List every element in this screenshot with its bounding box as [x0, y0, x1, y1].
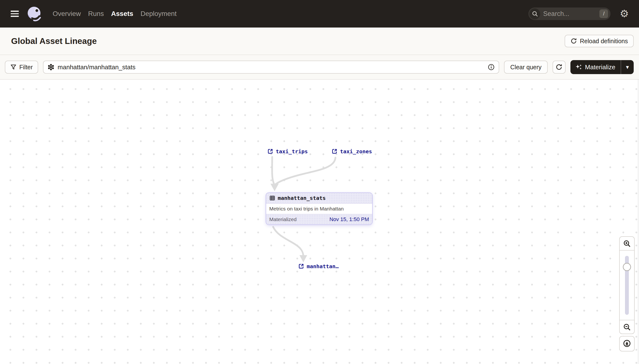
table-icon [269, 195, 275, 201]
reload-definitions-button[interactable]: Reload definitions [565, 35, 634, 47]
dagster-logo[interactable] [26, 5, 43, 22]
asset-node-label: manhattan… [307, 263, 339, 270]
external-link-icon [331, 148, 338, 154]
asset-card-manhattan-stats[interactable]: manhattan_stats Metrics on taxi trips in… [266, 192, 373, 225]
settings-gear-icon[interactable]: ⚙ [620, 9, 629, 19]
zoom-slider-handle[interactable] [623, 263, 631, 271]
asset-card-name: manhattan_stats [278, 195, 326, 201]
query-info-icon[interactable] [488, 64, 495, 71]
search-shortcut-key: / [599, 10, 608, 18]
primary-nav: Overview Runs Assets Deployment [53, 10, 177, 18]
asset-node-taxi-zones[interactable]: taxi_zones [331, 148, 372, 154]
zoom-slider [620, 250, 634, 320]
asset-graph-icon [47, 64, 55, 71]
download-icon [622, 340, 631, 348]
page-title: Global Asset Lineage [11, 36, 97, 46]
search-icon [529, 8, 540, 19]
materialize-button[interactable]: Materialize [570, 60, 621, 74]
nav-item-assets[interactable]: Assets [111, 10, 133, 18]
sparkles-icon [575, 64, 582, 70]
zoom-out-button[interactable] [620, 320, 634, 334]
hamburger-menu-icon[interactable] [11, 10, 19, 17]
asset-node-taxi-trips[interactable]: taxi_trips [267, 148, 308, 154]
materialize-dropdown-caret[interactable]: ▾ [621, 60, 634, 74]
asset-card-footer: Materialized Nov 15, 1:50 PM [266, 214, 372, 224]
funnel-icon [10, 64, 17, 70]
materialized-status-label: Materialized [269, 216, 297, 222]
reload-definitions-label: Reload definitions [580, 38, 628, 45]
zoom-in-icon [623, 240, 631, 248]
asset-query-input[interactable] [58, 64, 484, 71]
external-link-icon [267, 148, 273, 154]
nav-item-overview[interactable]: Overview [53, 10, 81, 18]
clear-query-label: Clear query [510, 64, 541, 71]
clear-query-button[interactable]: Clear query [504, 60, 548, 74]
top-nav: Overview Runs Assets Deployment / ⚙ [0, 0, 639, 28]
asset-node-manhattan[interactable]: manhattan… [298, 263, 339, 270]
export-graph-button[interactable] [619, 336, 635, 352]
zoom-out-icon [623, 323, 631, 331]
nav-item-deployment[interactable]: Deployment [141, 10, 177, 18]
filter-label: Filter [19, 64, 33, 71]
materialize-button-group: Materialize ▾ [570, 60, 634, 74]
refresh-button[interactable] [552, 60, 565, 74]
search-input[interactable] [543, 10, 596, 18]
refresh-icon [555, 64, 563, 71]
page-header: Global Asset Lineage Reload definitions [0, 28, 639, 55]
asset-query-box[interactable] [43, 60, 499, 74]
zoom-control-panel [619, 236, 635, 334]
dagster-octopus-icon [26, 5, 43, 22]
asset-card-description: Metrics on taxi trips in Manhattan [266, 204, 372, 214]
global-search[interactable]: / [528, 8, 610, 20]
lineage-toolbar: Filter Clear query [0, 55, 639, 80]
asset-card-header: manhattan_stats [266, 193, 372, 204]
materialize-label: Materialize [585, 64, 615, 71]
lineage-canvas[interactable]: taxi_trips taxi_zones manhattan_stats Me… [0, 80, 639, 364]
reload-icon [570, 38, 577, 44]
nav-item-runs[interactable]: Runs [88, 10, 104, 18]
materialized-timestamp[interactable]: Nov 15, 1:50 PM [329, 216, 369, 222]
zoom-in-button[interactable] [620, 237, 634, 250]
asset-node-label: taxi_zones [340, 148, 372, 154]
asset-node-label: taxi_trips [276, 148, 308, 154]
filter-button[interactable]: Filter [5, 60, 38, 74]
external-link-icon [298, 263, 304, 270]
